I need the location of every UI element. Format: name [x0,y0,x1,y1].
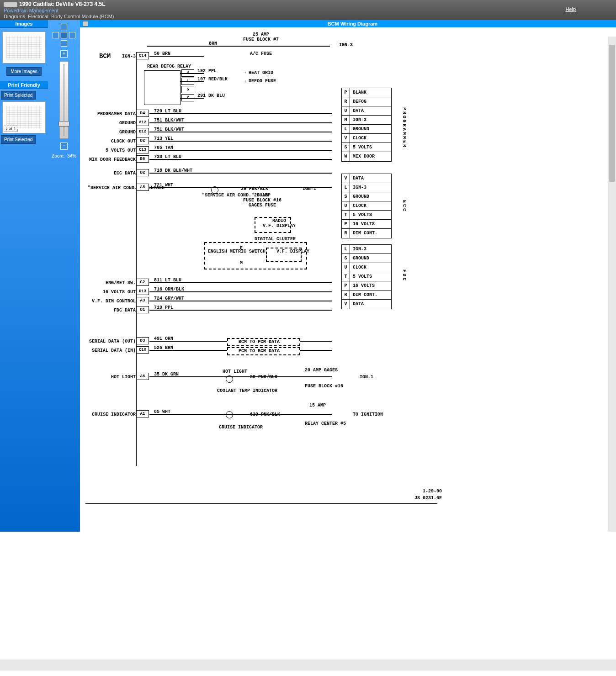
connector-row: RDEFOG [342,97,391,106]
zoom-out-button[interactable]: − [60,143,68,150]
wire-label: 491 ORN [154,336,173,341]
vehicle-title: 1990 Cadillac DeVille V8-273 4.5L [19,1,106,7]
bcm-pin-label: SERIAL DATA (IN) [88,348,136,353]
bcm-pin-box: A3 [136,297,149,304]
images-header: Images [0,20,48,28]
images-sidebar: Images More Images Print Friendly Print … [0,20,48,532]
bcm-pin-box: C2 [136,279,149,286]
bcm-pin-label: ECC DATA [88,171,136,176]
connector-row: RDIM CONT. [342,229,391,238]
print-header: Print Friendly [0,81,48,89]
print-thumbnail[interactable]: 1 of 1 [2,101,46,133]
diagram-viewer: BCM Wiring Diagram BCM 25 AMPFUSE BLOCK … [80,20,616,532]
pan-controls [53,24,75,47]
viewer-header: BCM Wiring Diagram [80,20,616,27]
wire-label: 716 ORN/BLK [154,287,184,292]
print-selected-button-top[interactable]: Print Selected [1,91,36,100]
bcm-pin-label: ENG/MET SW. [88,280,136,285]
wire-label: 291 DK BLU [197,93,225,98]
bcm-pin-label: HOT LIGHT [88,375,136,380]
more-images-button[interactable]: More Images [6,67,41,76]
bcm-pin-label: GROUND [88,130,136,135]
bcm-pin-label: CLOCK OUT [88,139,136,144]
wire-label: 733 LT BLU [154,154,181,159]
bcm-pin-label: SERIAL DATA (OUT) [88,339,136,344]
zoom-in-button[interactable]: + [60,50,68,58]
bcm-pin-label: 16 VOLTS OUT [88,290,136,295]
connector-row: UCLOCK [342,201,391,211]
zoom-panel: + − Zoom: 34% [48,20,80,532]
car-icon [4,2,17,7]
bcm-pin-box: D4 [136,110,149,117]
image-thumbnail[interactable] [2,32,46,63]
connector-row: VCLOCK [342,134,391,143]
connector-row: S5 VOLTS [342,143,391,152]
app-header: 1990 Cadillac DeVille V8-273 4.5L Powert… [0,0,616,20]
connector-row: PBLANK [342,88,391,97]
bcm-pin-label: GROUND [88,121,136,126]
bcm-pin-label: FDC DATA [88,308,136,313]
wire-label: 35 DK GRN [154,372,179,377]
wire-label: 811 LT BLU [154,278,181,283]
diagram-canvas[interactable]: BCM 25 AMPFUSE BLOCK #7 8RN IGN-3 A/C FU… [80,27,616,532]
zoom-label: Zoom: 34% [50,153,78,158]
bcm-pin-box: D3 [136,337,149,344]
bcm-pin-label: IGN-3 [88,54,136,59]
bcm-pin-box: C10 [136,346,149,354]
diagram-icon [83,21,88,26]
pan-left-button[interactable] [53,32,59,38]
bcm-pin-label: MIX DOOR FEEDBACK [88,157,136,162]
zoom-slider-handle[interactable] [58,121,69,127]
bcm-pin-label: CRUISE INDICATOR [88,412,136,417]
wire-label: 719 PPL [154,305,173,310]
wire-label: 526 BRN [154,345,173,350]
wire-label: 718 DK BLU/WHT [154,168,192,173]
bcm-pin-label: "SERVICE AIR COND." TELLTALE [88,185,136,190]
bcm-pin-box: C13 [136,146,149,153]
bcm-pin-box: 5 [181,86,194,93]
bcm-pin-box: B6 [136,155,149,163]
wire-label: 50 BRN [154,51,170,56]
help-link[interactable]: Help [565,6,576,12]
print-selected-button-bottom[interactable]: Print Selected [1,135,36,144]
pan-up-button[interactable] [61,24,67,30]
vertical-scrollbar[interactable] [608,37,616,532]
main-layout: Images More Images Print Friendly Print … [0,20,616,532]
pan-right-button[interactable] [69,32,75,38]
bcm-pin-label: PROGRAMER DATA [88,111,136,116]
category-subtitle: Powertrain Management [4,8,565,13]
connector-row: P16 VOLTS [342,281,391,290]
bcm-pin-label: V.F. DIM CONTROL [88,299,136,304]
wire-label: 85 WHT [154,409,170,414]
connector-row: SGROUND [342,254,391,263]
connector-row: T5 VOLTS [342,211,391,220]
bcm-pin-box: B1 [136,306,149,313]
breadcrumb: Diagrams, Electrical: Body Control Modul… [4,14,565,19]
wire-dest: → DEFOG FUSE [243,79,276,84]
wire-label: 197 RED/BLK [197,77,228,82]
zoom-slider[interactable] [59,61,69,139]
connector-row: VDATA [342,300,391,309]
connector-row: RDIM CONT. [342,290,391,300]
pan-center-button[interactable] [61,32,67,38]
bcm-pin-box: A8 [136,184,149,191]
bcm-pin-box: B2 [136,169,149,176]
bcm-pin-box: B12 [136,128,149,135]
bcm-pin-box: A6 [136,373,149,380]
bcm-pin-box: A12 [136,119,149,126]
wire-label: 721 WHT [154,183,173,188]
diagram-title: BCM Wiring Diagram [90,21,615,26]
bcm-pin-box: C14 [136,52,149,59]
footer-bar [0,660,616,671]
connector-row: MIGN-3 [342,116,391,125]
connector-row: WMIX DOOR [342,152,391,161]
connector-row: LGROUND [342,125,391,134]
bcm-pin-box: D2 [136,137,149,144]
bcm-pin-box: D13 [136,288,149,295]
wire-label: 751 BLK/WHT [154,127,184,132]
connector-row: VDATA [342,174,391,183]
pan-down-button[interactable] [61,40,67,47]
wire-label: 751 BLK/WHT [154,118,184,123]
bcm-pin-label: 5 VOLTS OUT [88,148,136,153]
connector-row: SGROUND [342,192,391,201]
